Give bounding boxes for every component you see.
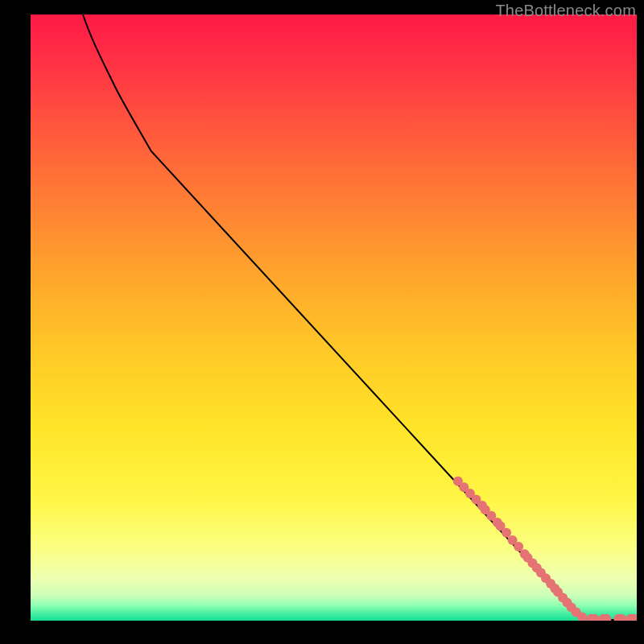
watermark-text: TheBottleneck.com: [495, 2, 636, 20]
plot-area: [31, 14, 637, 621]
chart-svg: [31, 14, 637, 621]
chart-frame: TheBottleneck.com: [0, 0, 644, 644]
performance-curve: [83, 14, 637, 620]
marker-layer: [453, 477, 637, 621]
